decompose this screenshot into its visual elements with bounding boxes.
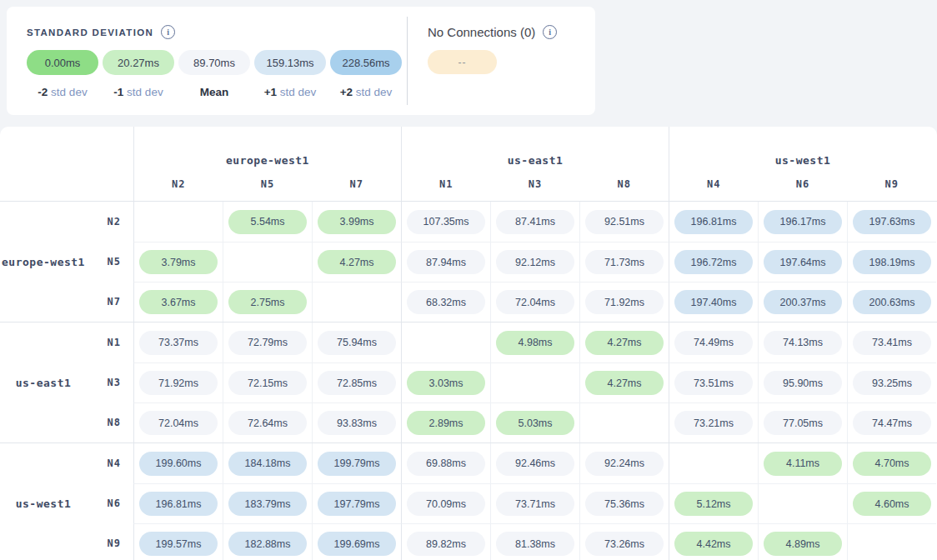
latency-cell[interactable]: 75.36ms [579, 483, 669, 523]
latency-cell[interactable]: 69.88ms [401, 443, 490, 483]
latency-cell[interactable]: 72.64ms [223, 402, 312, 442]
legend-item: 228.56ms+2 std dev [330, 50, 402, 98]
latency-cell[interactable]: 77.05ms [758, 402, 847, 442]
latency-cell[interactable]: 4.27ms [579, 362, 669, 402]
latency-cell[interactable]: 2.89ms [401, 402, 490, 442]
latency-pill: 184.18ms [228, 452, 307, 476]
column-node-labels: N4N6N9 [669, 178, 936, 190]
latency-pill: 199.79ms [318, 452, 396, 476]
latency-pill: 4.42ms [674, 532, 753, 556]
latency-pill: 73.37ms [139, 331, 218, 355]
latency-cell[interactable]: 107.35ms [401, 202, 490, 242]
no-connections-label: No Connections (0) [428, 25, 535, 39]
latency-cell[interactable]: 3.79ms [133, 242, 223, 282]
latency-cell[interactable]: 199.60ms [133, 443, 223, 483]
latency-cell[interactable]: 73.41ms [847, 322, 936, 362]
latency-pill: 3.03ms [407, 371, 485, 395]
info-icon[interactable]: i [161, 25, 175, 39]
latency-cell[interactable]: 72.15ms [223, 362, 312, 402]
latency-cell[interactable]: 74.49ms [669, 322, 758, 362]
latency-cell[interactable]: 73.21ms [669, 402, 758, 442]
latency-cell[interactable]: 71.92ms [579, 282, 669, 322]
latency-cell[interactable]: 182.88ms [223, 523, 312, 560]
latency-cell[interactable]: 4.27ms [312, 242, 401, 282]
latency-cell[interactable]: 200.37ms [758, 282, 847, 322]
latency-cell[interactable]: 4.42ms [669, 523, 758, 560]
latency-pill: 72.64ms [228, 411, 307, 435]
latency-cell[interactable]: 72.04ms [490, 282, 579, 322]
latency-cell[interactable]: 92.51ms [579, 202, 669, 242]
latency-cell[interactable]: 2.75ms [223, 282, 312, 322]
latency-cell[interactable]: 87.41ms [490, 202, 579, 242]
latency-cell[interactable]: 81.38ms [490, 523, 579, 560]
latency-cell[interactable]: 184.18ms [223, 443, 312, 483]
latency-cell[interactable]: 71.73ms [579, 242, 669, 282]
latency-cell[interactable]: 87.94ms [401, 242, 490, 282]
latency-pill: 200.63ms [853, 290, 931, 314]
latency-cell[interactable]: 197.79ms [312, 483, 401, 523]
latency-cell[interactable]: 197.64ms [758, 242, 847, 282]
row-region-label: europe-west1 [0, 202, 87, 322]
legend-item: 89.70msMean [178, 50, 250, 98]
latency-cell[interactable]: 75.94ms [312, 322, 401, 362]
latency-cell[interactable]: 74.13ms [758, 322, 847, 362]
latency-cell[interactable]: 200.63ms [847, 282, 936, 322]
latency-cell[interactable]: 198.19ms [847, 242, 936, 282]
latency-cell[interactable]: 92.24ms [579, 443, 669, 483]
latency-cell[interactable]: 74.47ms [847, 402, 936, 442]
latency-cell[interactable]: 72.85ms [312, 362, 401, 402]
latency-cell[interactable]: 4.11ms [758, 443, 847, 483]
latency-cell[interactable]: 93.25ms [847, 362, 936, 402]
latency-pill: 197.79ms [318, 492, 396, 516]
latency-cell[interactable]: 5.03ms [490, 402, 579, 442]
latency-cell[interactable]: 5.54ms [223, 202, 312, 242]
latency-cell-self [847, 523, 936, 560]
latency-cell[interactable]: 199.57ms [133, 523, 223, 560]
latency-cell[interactable]: 199.69ms [312, 523, 401, 560]
latency-pill: 2.89ms [407, 411, 485, 435]
latency-pill: 2.75ms [228, 290, 307, 314]
latency-cell[interactable]: 68.32ms [401, 282, 490, 322]
row-node-labels: N4N6N9 [87, 443, 133, 560]
latency-cell[interactable]: 196.17ms [758, 202, 847, 242]
latency-cell[interactable]: 3.99ms [312, 202, 401, 242]
latency-cell[interactable]: 72.79ms [223, 322, 312, 362]
column-node-label: N9 [847, 178, 936, 190]
latency-cell[interactable]: 3.03ms [401, 362, 490, 402]
latency-cell[interactable]: 92.12ms [490, 242, 579, 282]
latency-cell-self [669, 443, 758, 483]
latency-cell[interactable]: 89.82ms [401, 523, 490, 560]
latency-cell[interactable]: 73.26ms [579, 523, 669, 560]
latency-pill: 70.09ms [407, 492, 485, 516]
latency-cell[interactable]: 4.98ms [490, 322, 579, 362]
latency-cell[interactable]: 92.46ms [490, 443, 579, 483]
latency-cell[interactable]: 73.71ms [490, 483, 579, 523]
latency-cell[interactable]: 3.67ms [133, 282, 223, 322]
latency-cell[interactable]: 199.79ms [312, 443, 401, 483]
latency-cell[interactable]: 197.40ms [669, 282, 758, 322]
latency-cell[interactable]: 71.92ms [133, 362, 223, 402]
latency-cell[interactable]: 95.90ms [758, 362, 847, 402]
latency-pill: 4.27ms [318, 250, 396, 274]
latency-cell[interactable]: 72.04ms [133, 402, 223, 442]
latency-cell[interactable]: 73.37ms [133, 322, 223, 362]
latency-cell[interactable]: 196.81ms [133, 483, 223, 523]
latency-cell[interactable]: 70.09ms [401, 483, 490, 523]
latency-cell[interactable]: 183.79ms [223, 483, 312, 523]
latency-pill: 72.79ms [228, 331, 307, 355]
latency-cell[interactable]: 4.27ms [579, 322, 669, 362]
info-icon[interactable]: i [543, 25, 557, 39]
latency-cell[interactable]: 5.12ms [669, 483, 758, 523]
std-dev-legend: STANDARD DEVIATION i 0.00ms-2 std dev20.… [7, 7, 407, 115]
latency-pill: 4.70ms [853, 452, 931, 476]
latency-cell[interactable]: 4.89ms [758, 523, 847, 560]
latency-cell[interactable]: 196.81ms [669, 202, 758, 242]
latency-cell[interactable]: 197.63ms [847, 202, 936, 242]
latency-cell[interactable]: 93.83ms [312, 402, 401, 442]
latency-cell[interactable]: 196.72ms [669, 242, 758, 282]
row-node-labels: N1N3N8 [87, 322, 133, 442]
latency-cell[interactable]: 4.70ms [847, 443, 936, 483]
latency-pill: 4.27ms [585, 331, 664, 355]
latency-cell[interactable]: 73.51ms [669, 362, 758, 402]
latency-cell[interactable]: 4.60ms [847, 483, 936, 523]
